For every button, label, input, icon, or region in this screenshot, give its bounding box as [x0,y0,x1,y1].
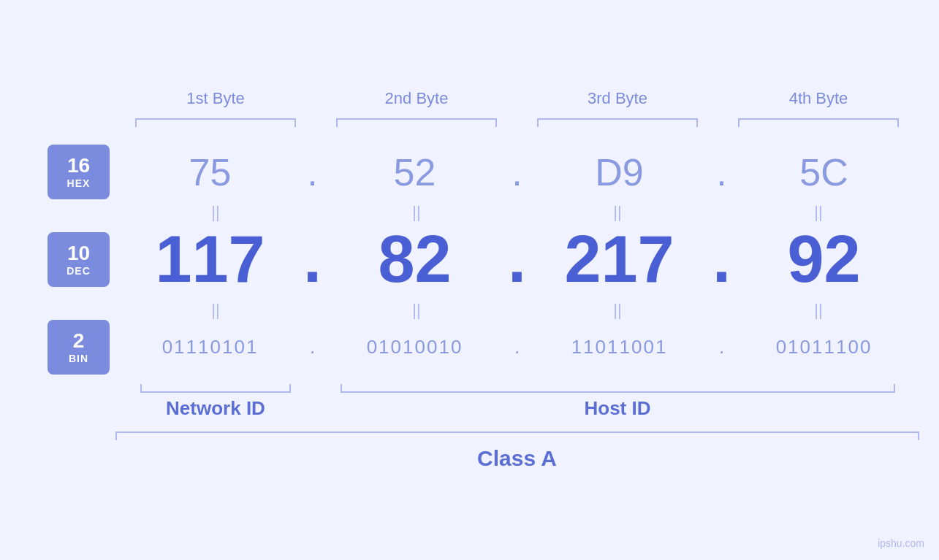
bin-badge-cell: 2 BIN [31,320,126,375]
top-bracket-4 [718,115,919,130]
network-id-label: Network ID [115,397,316,420]
eq-8: || [718,301,919,320]
class-label: Class A [115,446,919,471]
bin-base-number: 2 [73,330,85,353]
hex-val-4: 5C [740,150,908,194]
hex-base-label: HEX [67,177,91,189]
host-bracket-container [316,384,919,393]
top-bracket-3 [517,115,718,130]
dec-val-2: 82 [331,222,499,297]
dec-badge: 10 DEC [47,232,110,287]
eq-2: || [316,203,517,222]
byte-label-4: 4th Byte [718,89,919,108]
main-container: 1st Byte 2nd Byte 3rd Byte 4th Byte 16 H… [0,0,939,560]
equals-row-2: || || || || [115,301,919,320]
dec-base-number: 10 [67,242,90,265]
network-bracket [140,384,291,393]
bin-row: 2 BIN 01110101 . 01010010 . 11011001 . [31,320,908,375]
bin-val-3: 11011001 [536,336,704,358]
dec-dot-2: . [499,222,536,297]
bin-base-label: BIN [69,353,88,364]
hex-val-2: 52 [331,150,499,194]
eq-6: || [316,301,517,320]
hex-base-number: 16 [67,155,90,177]
byte-label-2: 2nd Byte [316,89,517,108]
host-bracket [341,384,895,393]
equals-row-1: || || || || [115,203,919,222]
dec-base-label: DEC [66,265,91,277]
byte-labels-row: 1st Byte 2nd Byte 3rd Byte 4th Byte [115,89,919,108]
hex-row: 16 HEX 75 . 52 . D9 . 5C [31,145,908,199]
bin-values: 01110101 . 01010010 . 11011001 . 0101110… [126,336,908,358]
byte-label-1: 1st Byte [115,89,316,108]
hex-badge: 16 HEX [47,145,110,199]
dec-dot-3: . [704,222,740,297]
eq-3: || [517,203,718,222]
bottom-brackets-row [115,384,919,393]
byte-label-3: 3rd Byte [517,89,718,108]
dec-val-1: 117 [126,222,294,297]
top-brackets-row [115,115,919,130]
eq-5: || [115,301,316,320]
hex-badge-cell: 16 HEX [31,145,126,199]
eq-7: || [517,301,718,320]
network-bracket-container [115,384,316,393]
bin-badge: 2 BIN [47,320,110,375]
hex-values: 75 . 52 . D9 . 5C [126,150,908,194]
host-id-label: Host ID [316,397,919,420]
top-bracket-1 [115,115,316,130]
bin-val-2: 01010010 [331,336,499,358]
hex-val-1: 75 [126,150,294,194]
class-bracket [115,431,919,440]
bin-val-4: 01011100 [740,336,908,358]
dec-values: 117 . 82 . 217 . 92 [126,222,908,297]
class-bracket-row [115,431,919,440]
bin-val-1: 01110101 [126,336,294,358]
dec-row: 10 DEC 117 . 82 . 217 . 92 [31,222,908,297]
bin-dot-3: . [704,336,740,358]
hex-val-3: D9 [536,150,704,194]
dec-badge-cell: 10 DEC [31,232,126,287]
hex-dot-1: . [294,150,331,194]
dec-dot-1: . [294,222,331,297]
dec-val-4: 92 [740,222,908,297]
dec-val-3: 217 [536,222,704,297]
bin-dot-1: . [294,336,331,358]
eq-1: || [115,203,316,222]
bin-dot-2: . [499,336,536,358]
hex-dot-3: . [704,150,740,194]
watermark: ipshu.com [878,537,924,549]
hex-dot-2: . [499,150,536,194]
eq-4: || [718,203,919,222]
id-labels-row: Network ID Host ID [115,397,919,420]
top-bracket-2 [316,115,517,130]
